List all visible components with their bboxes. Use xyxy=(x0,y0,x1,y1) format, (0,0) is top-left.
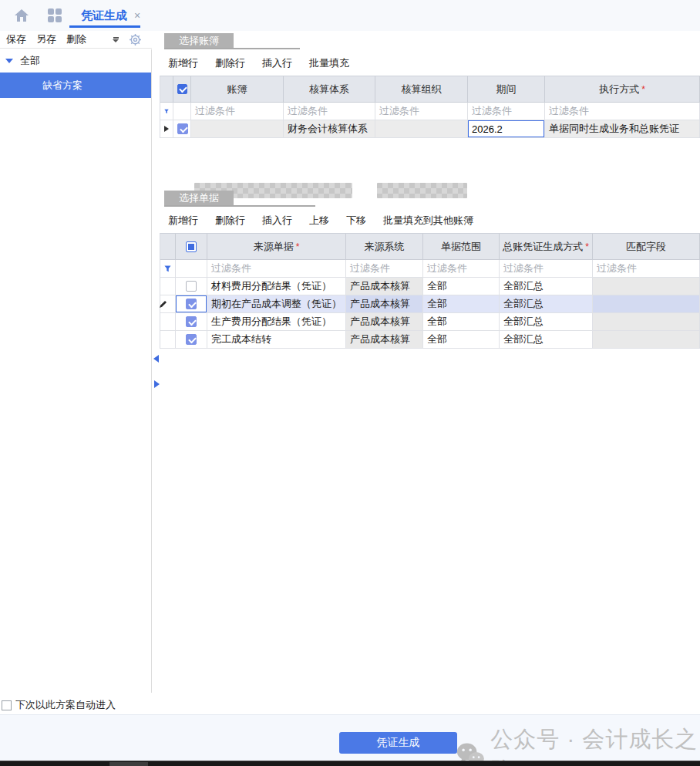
redacted-org-name xyxy=(377,183,467,198)
source-system-cell[interactable]: 产品成本核算 xyxy=(346,295,423,313)
watermark: 公众号 · 会计成长之路 xyxy=(456,724,700,766)
col-ledger: 账簿 xyxy=(191,76,284,103)
doc-range-cell[interactable]: 全部 xyxy=(423,278,500,295)
gear-icon[interactable] xyxy=(129,33,142,46)
source-system-cell[interactable]: 产品成本核算 xyxy=(346,331,423,349)
expand-panel-right-arrow[interactable] xyxy=(154,380,160,388)
move-up-button[interactable]: 上移 xyxy=(309,214,329,228)
gl-mode-cell[interactable]: 全部汇总 xyxy=(500,295,593,313)
match-field-cell[interactable] xyxy=(593,278,700,295)
period-input[interactable] xyxy=(468,120,544,137)
row-indicator-header xyxy=(160,76,173,103)
doc-table-row: 生产费用分配结果（凭证） 产品成本核算 全部 全部汇总 xyxy=(160,313,700,331)
doc-table-row: 完工成本结转 产品成本核算 全部 全部汇总 xyxy=(160,331,700,349)
doc-range-cell[interactable]: 全部 xyxy=(423,313,500,331)
insert-row-button[interactable]: 插入行 xyxy=(262,56,292,70)
period-cell xyxy=(468,120,545,138)
match-field-cell[interactable] xyxy=(593,313,700,331)
source-system-cell[interactable]: 产品成本核算 xyxy=(346,313,423,331)
move-down-button[interactable]: 下移 xyxy=(346,214,366,228)
tab-select-documents[interactable]: 选择单据 xyxy=(164,191,234,205)
filter-source-doc[interactable]: 过滤条件 xyxy=(207,260,346,278)
doc-table-header: 来源单据* 来源系统 单据范围 总账凭证生成方式* 匹配字段 xyxy=(160,234,700,260)
batch-fill-button[interactable]: 批量填充 xyxy=(309,56,349,70)
sidebar-group-label: 全部 xyxy=(20,54,40,68)
col-gl-mode: 总账凭证生成方式* xyxy=(500,234,593,260)
sidebar-item-default-scheme[interactable]: 缺省方案 xyxy=(0,73,151,98)
editing-row-indicator xyxy=(160,295,176,313)
ledger-name-cell[interactable] xyxy=(191,120,284,138)
filter-gl-mode[interactable]: 过滤条件 xyxy=(500,260,593,278)
auto-enter-checkbox[interactable] xyxy=(2,700,12,710)
scheme-sidebar: 全部 缺省方案 xyxy=(0,49,152,693)
gl-mode-cell[interactable]: 全部汇总 xyxy=(500,331,593,349)
filter-ledger[interactable]: 过滤条件 xyxy=(191,103,284,120)
ledger-table: 账簿 核算体系 核算组织 期间 执行方式* 过滤条件 过滤条件 过滤条件 过滤条… xyxy=(160,76,700,138)
delete-button[interactable]: 删除 xyxy=(62,31,90,48)
save-button[interactable]: 保存 xyxy=(2,31,30,48)
bottom-edge-strip xyxy=(0,761,700,766)
exec-mode-cell[interactable]: 单据同时生成业务和总账凭证 xyxy=(545,120,700,138)
filter-exec-mode[interactable]: 过滤条件 xyxy=(545,103,700,120)
ledger-row-checkbox[interactable] xyxy=(177,123,188,134)
footer-bar: 凭证生成 公众号 · 会计成长之路 xyxy=(0,714,700,761)
main-content: 选择账簿 新增行 删除行 插入行 批量填充 账簿 核算体系 核算组织 期间 执行… xyxy=(160,31,700,714)
filter-funnel-icon[interactable] xyxy=(164,107,169,116)
gl-mode-cell[interactable]: 全部汇总 xyxy=(500,278,593,295)
doc-row-checkbox[interactable] xyxy=(186,281,197,292)
source-doc-cell[interactable]: 生产费用分配结果（凭证） xyxy=(207,313,346,331)
ledger-filter-row: 过滤条件 过滤条件 过滤条件 过滤条件 过滤条件 xyxy=(160,103,700,120)
ledger-table-header: 账簿 核算体系 核算组织 期间 执行方式* xyxy=(160,76,700,103)
source-system-cell[interactable]: 产品成本核算 xyxy=(346,278,423,295)
insert-row-button[interactable]: 插入行 xyxy=(262,214,292,228)
col-accounting-org: 核算组织 xyxy=(375,76,468,103)
collapse-panel-left-arrow[interactable] xyxy=(153,355,159,363)
doc-row-checkbox[interactable] xyxy=(186,316,197,327)
doc-range-cell[interactable]: 全部 xyxy=(423,295,500,313)
more-dropdown-icon[interactable] xyxy=(112,37,119,42)
col-exec-mode: 执行方式* xyxy=(545,76,700,103)
tab-close-icon[interactable]: × xyxy=(134,9,140,22)
current-row-indicator xyxy=(160,120,173,138)
home-icon[interactable] xyxy=(14,8,29,22)
accounting-system-cell[interactable]: 财务会计核算体系 xyxy=(284,120,375,138)
add-row-button[interactable]: 新增行 xyxy=(168,214,198,228)
chevron-down-icon xyxy=(5,59,13,63)
select-all-checkbox[interactable] xyxy=(177,84,187,94)
filter-funnel-cell xyxy=(160,260,176,278)
filter-source-system[interactable]: 过滤条件 xyxy=(346,260,423,278)
accounting-org-cell[interactable] xyxy=(375,120,468,138)
gl-mode-cell[interactable]: 全部汇总 xyxy=(500,313,593,331)
top-tab-bar: 凭证生成 × xyxy=(0,0,700,31)
doc-range-cell[interactable]: 全部 xyxy=(423,331,500,349)
doc-row-checkbox[interactable] xyxy=(186,299,197,309)
ledger-table-toolbar: 新增行 删除行 插入行 批量填充 xyxy=(168,56,700,71)
tab-select-ledger[interactable]: 选择账簿 xyxy=(164,33,234,48)
doc-row-checkbox[interactable] xyxy=(186,334,197,345)
filter-funnel-icon[interactable] xyxy=(164,265,171,273)
save-as-button[interactable]: 另存 xyxy=(32,31,60,48)
select-all-checkbox[interactable] xyxy=(186,241,197,252)
delete-row-button[interactable]: 删除行 xyxy=(215,214,245,228)
filter-accounting-system[interactable]: 过滤条件 xyxy=(284,103,375,120)
source-doc-cell[interactable]: 期初在产品成本调整（凭证） xyxy=(207,295,346,313)
delete-row-button[interactable]: 删除行 xyxy=(215,56,245,70)
match-field-cell[interactable] xyxy=(593,331,700,349)
pencil-icon xyxy=(160,300,167,309)
filter-doc-range[interactable]: 过滤条件 xyxy=(423,260,500,278)
source-doc-cell[interactable]: 材料费用分配结果（凭证） xyxy=(207,278,346,295)
apps-grid-icon[interactable] xyxy=(48,8,62,22)
required-marker: * xyxy=(641,84,645,95)
filter-period[interactable]: 过滤条件 xyxy=(468,103,545,120)
ledger-table-row: 财务会计核算体系 单据同时生成业务和总账凭证 xyxy=(160,120,700,138)
sidebar-group-all[interactable]: 全部 xyxy=(0,49,151,73)
match-field-cell[interactable] xyxy=(593,295,700,313)
add-row-button[interactable]: 新增行 xyxy=(168,56,198,70)
source-doc-cell[interactable]: 完工成本结转 xyxy=(207,331,346,349)
generate-voucher-button[interactable]: 凭证生成 xyxy=(339,732,457,754)
filter-accounting-org[interactable]: 过滤条件 xyxy=(375,103,468,120)
filter-match-field[interactable]: 过滤条件 xyxy=(593,260,700,278)
filter-funnel-cell xyxy=(160,103,173,120)
batch-fill-other-ledgers-button[interactable]: 批量填充到其他账簿 xyxy=(383,214,473,228)
bottom-strip-segment xyxy=(109,762,148,766)
